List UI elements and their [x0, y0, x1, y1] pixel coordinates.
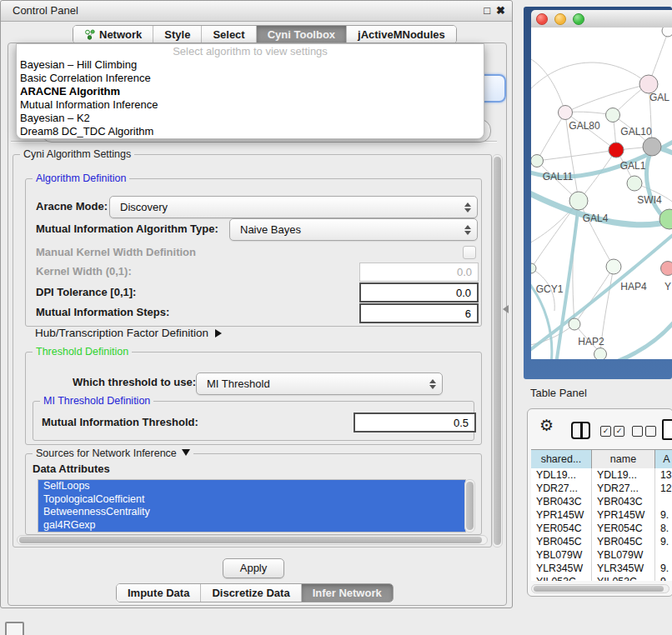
table-cell [655, 495, 672, 508]
algorithm-definition-group: Algorithm Definition Aracne Mode: Discov… [25, 178, 482, 327]
unchecked-checkbox-icon[interactable] [645, 426, 656, 437]
algorithm-option[interactable]: Dream8 DC_TDC Algorithm [17, 125, 484, 138]
network-node[interactable] [662, 28, 672, 37]
combo-spinner-icon [462, 202, 474, 212]
split-columns-icon[interactable] [571, 422, 590, 439]
data-attributes-list: SelfLoopsTopologicalCoefficientBetweenne… [38, 479, 466, 532]
tab-cyni-toolbox[interactable]: Cyni Toolbox [257, 26, 347, 43]
close-traffic-icon[interactable] [536, 13, 548, 25]
network-node[interactable] [531, 263, 536, 273]
checked-checkbox-icon[interactable]: ✓ [600, 426, 611, 437]
algorithm-option[interactable]: Bayesian – K2 [17, 112, 484, 125]
table-row[interactable]: YDL19...YDL19...13 [531, 468, 672, 482]
which-threshold-combo[interactable]: MI Threshold [196, 372, 443, 395]
aracne-mode-combo[interactable]: Discovery [109, 196, 478, 218]
table-cell: 13 [655, 468, 672, 482]
tab-discretize-data[interactable]: Discretize Data [201, 584, 301, 602]
network-window-titlebar [531, 10, 672, 28]
network-node[interactable] [531, 155, 544, 168]
tab-impute-data[interactable]: Impute Data [117, 584, 201, 602]
mi-steps-field[interactable]: 6 [359, 303, 479, 323]
data-attribute-item[interactable]: TopologicalCoefficient [38, 493, 465, 507]
mi-threshold-group: MI Threshold Definition Mutual Informati… [33, 401, 474, 441]
network-node-label: SWI4 [637, 194, 662, 206]
algorithm-option[interactable]: Bayesian – Hill Climbing [17, 58, 484, 72]
algorithm-option[interactable]: ARACNE Algorithm [17, 85, 484, 98]
network-node[interactable] [606, 259, 621, 274]
network-node-label: GAL80 [569, 120, 600, 132]
network-node[interactable] [606, 108, 620, 122]
settings-horizontal-scrollbar[interactable] [17, 535, 488, 545]
network-node-label: GAL [649, 92, 669, 103]
gear-icon[interactable]: ⚙ [539, 418, 554, 433]
table-row[interactable]: YIL053CYIL053C9. [531, 575, 672, 581]
tab-network-label: Network [99, 28, 142, 41]
table-row[interactable]: YBL079WYBL079W [531, 548, 672, 562]
algorithm-option[interactable]: Mutual Information Inference [17, 98, 484, 112]
manual-kernel-width-checkbox[interactable] [463, 246, 476, 259]
minimize-traffic-icon[interactable] [554, 13, 566, 25]
table-cell: 9. [655, 575, 672, 581]
table-row[interactable]: YBR045CYBR045C9. [531, 535, 672, 548]
column-header-shared-name[interactable]: shared... [531, 450, 592, 469]
network-node-label: HAP2 [578, 336, 604, 348]
column-header-name[interactable]: name [592, 450, 655, 469]
sources-group-title[interactable]: Sources for Network Inference [33, 448, 193, 459]
tab-jactivemnodules[interactable]: jActiveMNodules [347, 26, 456, 43]
data-attribute-item[interactable]: gal4RGexp [38, 519, 465, 532]
algorithm-option[interactable]: Basic Correlation Inference [17, 72, 484, 85]
network-node[interactable] [569, 318, 580, 330]
checked-checkbox-icon[interactable]: ✓ [614, 426, 624, 437]
network-node[interactable] [569, 192, 588, 210]
splitter-arrow-icon[interactable] [503, 305, 509, 313]
table-horizontal-scrollbar[interactable] [531, 584, 669, 593]
control-panel-titlebar: Control Panel □ ✖ [1, 1, 512, 22]
network-node[interactable] [639, 75, 658, 93]
dpi-tolerance-field[interactable]: 0.0 [359, 282, 479, 302]
network-node[interactable] [627, 176, 642, 191]
data-attribute-item[interactable]: BetweennessCentrality [38, 506, 465, 519]
close-window-icon[interactable]: ✖ [496, 4, 505, 17]
table-row[interactable]: YPR145WYPR145W9. [531, 508, 672, 522]
network-node-label: Y [664, 281, 671, 292]
which-threshold-label: Which threshold to use: [73, 376, 196, 388]
table-row[interactable]: YDR27...YDR27...12 [531, 482, 672, 495]
network-node[interactable] [609, 142, 624, 158]
data-attribute-item[interactable]: SelfLoops [38, 480, 465, 493]
table-row[interactable]: YLR345WYLR345W9. [531, 562, 672, 575]
apply-button[interactable]: Apply [223, 558, 284, 578]
settings-group-title: Cyni Algorithm Settings [20, 148, 134, 160]
kernel-width-field[interactable]: 0.0 [359, 262, 479, 282]
network-node[interactable] [643, 138, 661, 156]
network-node[interactable] [661, 262, 672, 276]
mi-threshold-group-title: MI Threshold Definition [40, 395, 153, 407]
table-cell [655, 548, 672, 562]
network-node[interactable] [559, 106, 573, 120]
table-rows: YDL19...YDL19...13YDR27...YDR27...12YBR0… [531, 468, 672, 581]
column-header-partial[interactable]: A [655, 450, 672, 469]
float-window-icon[interactable]: □ [484, 4, 490, 17]
zoom-traffic-icon[interactable] [573, 13, 584, 25]
sources-title-text: Sources for Network Inference [36, 448, 177, 459]
hub-definition-expander[interactable]: Hub/Transcription Factor Definition [35, 327, 222, 339]
table-cell: YIL053C [592, 575, 655, 581]
algorithm-dropdown-placeholder: Select algorithm to view settings [17, 44, 484, 58]
document-icon[interactable] [662, 419, 672, 440]
table-cell: YPR145W [592, 508, 655, 522]
mi-threshold-field[interactable]: 0.5 [354, 412, 476, 432]
table-cell: YLR345W [531, 562, 592, 575]
table-row[interactable]: YBR043CYBR043C [531, 495, 672, 508]
network-node[interactable] [594, 348, 607, 360]
tab-style[interactable]: Style [153, 26, 202, 43]
network-canvas[interactable]: GALGAL80GAL10GAL1GAL11SWI4GAL4GCY1HAP4YH… [531, 28, 672, 359]
settings-vertical-scrollbar[interactable] [492, 154, 503, 548]
mi-algorithm-type-value: Naive Bayes [230, 223, 462, 236]
tab-infer-network[interactable]: Infer Network [302, 584, 393, 602]
unchecked-checkbox-icon[interactable] [632, 426, 643, 437]
tab-select[interactable]: Select [202, 26, 256, 43]
tab-network[interactable]: Network [73, 26, 153, 43]
minimized-panel-icon[interactable] [5, 622, 24, 635]
attributes-scrollbar[interactable] [464, 479, 475, 532]
table-row[interactable]: YER054CYER054C8. [531, 522, 672, 535]
mi-algorithm-type-combo[interactable]: Naive Bayes [229, 218, 478, 241]
